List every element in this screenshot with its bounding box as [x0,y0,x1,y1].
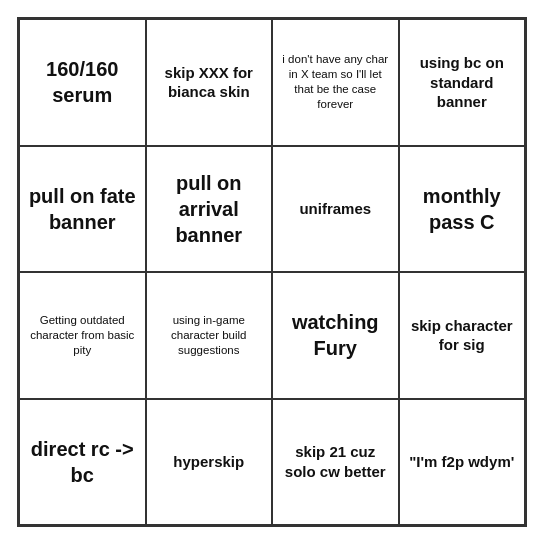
bingo-cell-r2c2: watching Fury [272,272,399,399]
bingo-grid: 160/160 serumskip XXX for bianca skini d… [19,19,525,525]
bingo-cell-r1c1: pull on arrival banner [146,146,273,273]
bingo-cell-r1c3: monthly pass C [399,146,526,273]
bingo-cell-r2c1: using in-game character build suggestion… [146,272,273,399]
bingo-cell-r0c1: skip XXX for bianca skin [146,19,273,146]
bingo-board: 160/160 serumskip XXX for bianca skini d… [17,17,527,527]
bingo-cell-r2c0: Getting outdated character from basic pi… [19,272,146,399]
bingo-cell-r0c3: using bc on standard banner [399,19,526,146]
bingo-cell-r1c2: uniframes [272,146,399,273]
bingo-cell-r0c0: 160/160 serum [19,19,146,146]
bingo-cell-r2c3: skip character for sig [399,272,526,399]
bingo-cell-r0c2: i don't have any char in X team so I'll … [272,19,399,146]
bingo-cell-r3c2: skip 21 cuz solo cw better [272,399,399,526]
bingo-cell-r3c1: hyperskip [146,399,273,526]
bingo-cell-r3c0: direct rc -> bc [19,399,146,526]
bingo-cell-r3c3: "I'm f2p wdym' [399,399,526,526]
bingo-cell-r1c0: pull on fate banner [19,146,146,273]
